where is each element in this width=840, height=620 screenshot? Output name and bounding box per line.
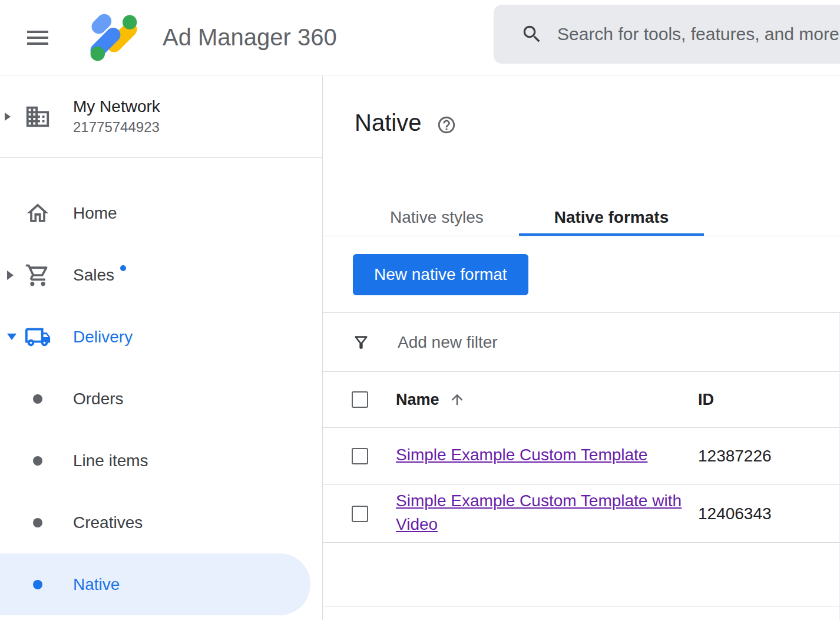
- sidebar-item-label: Orders: [73, 390, 124, 408]
- native-format-link[interactable]: Simple Example Custom Template: [396, 446, 647, 464]
- sidebar-item-label: Home: [73, 204, 117, 223]
- search-input[interactable]: [557, 24, 840, 44]
- building-icon: [24, 103, 52, 131]
- network-name: My Network: [73, 97, 160, 116]
- hamburger-menu-icon[interactable]: [22, 22, 53, 53]
- sidebar-item-orders[interactable]: Orders: [0, 368, 322, 430]
- truck-icon: [24, 323, 52, 351]
- sidebar-item-delivery[interactable]: Delivery: [0, 306, 322, 368]
- sidebar-item-label: Native: [73, 575, 120, 594]
- name-column-label: Name: [396, 391, 439, 409]
- sidebar-item-native[interactable]: Native: [0, 553, 310, 615]
- network-selector[interactable]: My Network 21775744923: [0, 75, 322, 158]
- main-content: Native Native styles Native formats New …: [323, 75, 840, 620]
- row-checkbox[interactable]: [352, 448, 368, 464]
- sidebar-item-label: Line items: [73, 451, 148, 470]
- app-title: Ad Manager 360: [163, 24, 337, 51]
- home-icon: [24, 199, 52, 227]
- ad-manager-logo-icon[interactable]: [87, 11, 140, 64]
- name-column-header[interactable]: Name: [396, 391, 698, 409]
- sidebar: My Network 21775744923 Home: [0, 75, 323, 620]
- select-all-checkbox[interactable]: [352, 391, 368, 408]
- filter-bar[interactable]: Add new filter: [323, 313, 839, 372]
- sidebar-item-home[interactable]: Home: [0, 182, 322, 244]
- page-title: Native: [355, 110, 421, 136]
- shopping-cart-icon: [24, 261, 52, 289]
- menu-icon: [24, 24, 52, 52]
- sidebar-item-label: Sales: [73, 266, 114, 285]
- native-formats-panel: Add new filter Name ID: [323, 313, 840, 620]
- row-checkbox[interactable]: [352, 506, 368, 522]
- bullet-icon: [33, 394, 42, 404]
- tab-native-styles[interactable]: Native styles: [355, 199, 519, 236]
- network-expand-icon[interactable]: [5, 113, 11, 121]
- sidebar-item-line-items[interactable]: Line items: [0, 430, 322, 492]
- top-app-bar: Ad Manager 360: [0, 0, 840, 75]
- app-window: Ad Manager 360 My Network 21775744923: [0, 0, 840, 620]
- search-bar[interactable]: [494, 5, 840, 64]
- add-new-filter-label[interactable]: Add new filter: [398, 333, 498, 352]
- chevron-right-icon[interactable]: [7, 271, 14, 280]
- sidebar-nav: Home Sales: [0, 158, 322, 615]
- filter-funnel-icon: [352, 333, 371, 352]
- sidebar-item-creatives[interactable]: Creatives: [0, 492, 322, 553]
- tab-bar: Native styles Native formats: [323, 199, 840, 236]
- sidebar-item-label: Delivery: [73, 328, 133, 347]
- help-icon[interactable]: [436, 115, 457, 135]
- new-native-format-button[interactable]: New native format: [353, 254, 528, 295]
- bullet-icon: [33, 456, 42, 466]
- sidebar-item-label: Creatives: [73, 513, 143, 532]
- format-id: 12387226: [698, 447, 839, 466]
- bullet-icon: [33, 518, 42, 527]
- network-id: 21775744923: [73, 119, 160, 136]
- notification-dot-icon: [120, 265, 126, 271]
- sort-ascending-icon: [449, 391, 465, 408]
- bullet-icon: [33, 580, 42, 589]
- format-id: 12406343: [698, 504, 839, 523]
- tab-native-formats[interactable]: Native formats: [519, 199, 705, 236]
- sidebar-item-sales[interactable]: Sales: [0, 244, 322, 306]
- id-column-header[interactable]: ID: [698, 391, 839, 409]
- table-header-row: Name ID: [323, 372, 839, 428]
- table-row: Simple Example Custom Template 12387226: [323, 428, 839, 485]
- chevron-down-icon[interactable]: [7, 334, 16, 340]
- search-icon: [521, 23, 543, 45]
- empty-table-row: [323, 543, 839, 606]
- table-row: Simple Example Custom Template with Vide…: [323, 485, 839, 543]
- native-format-link[interactable]: Simple Example Custom Template with Vide…: [396, 492, 682, 533]
